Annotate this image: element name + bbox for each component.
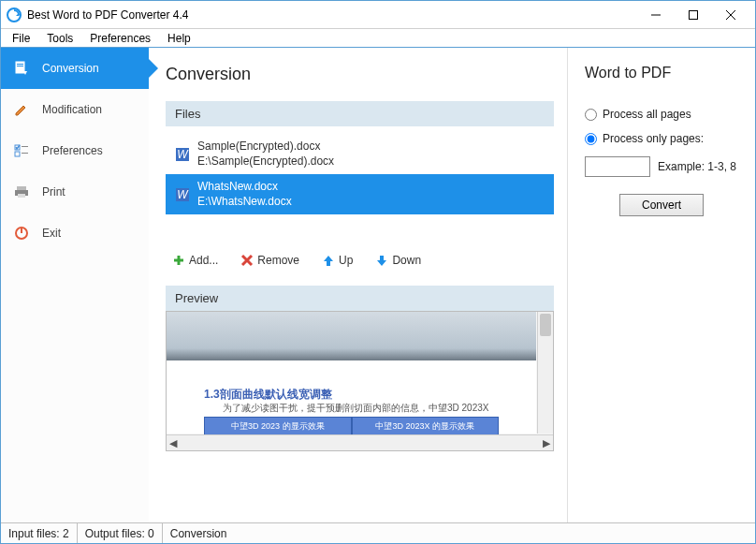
up-button[interactable]: Up xyxy=(315,250,359,271)
pages-input-row: Example: 1-3, 8 xyxy=(585,156,738,177)
main-area: Conversion Modification Preferences Prin… xyxy=(1,48,755,522)
right-panel: Word to PDF Process all pages Process on… xyxy=(568,48,755,522)
file-path: E:\Sample(Encrypted).docx xyxy=(197,154,334,169)
scroll-left-arrow-icon[interactable]: ◀ xyxy=(169,437,177,449)
status-output-files: Output files: 0 xyxy=(78,523,163,543)
word-file-icon: W xyxy=(175,147,190,162)
file-name: Sample(Encrypted).docx xyxy=(197,140,334,154)
status-input-files: Input files: 2 xyxy=(1,523,78,543)
word-file-icon: W xyxy=(175,187,190,202)
svg-text:W: W xyxy=(177,188,189,201)
preview-table: 中望3D 2023 的显示效果 中望3D 2023X 的显示效果 xyxy=(204,417,499,436)
remove-button[interactable]: Remove xyxy=(234,250,306,271)
pages-input[interactable] xyxy=(585,156,650,177)
center-panel: Conversion Files W Sample(Encrypted).doc… xyxy=(149,48,568,522)
preview-sub-text: 为了减少读图干扰，提干预删剖切面内部的信息，中望3D 2023X xyxy=(223,402,488,415)
file-list-toolbar: Add... Remove Up Down xyxy=(166,250,554,271)
pencil-icon xyxy=(14,102,29,117)
preview-pane: 中望3D 高性价比的CAD/CAM一体化解决方案 1.3剖面曲线默认线宽调整 为… xyxy=(166,311,554,451)
svg-rect-14 xyxy=(17,186,26,190)
files-section-header: Files xyxy=(166,101,554,126)
svg-text:W: W xyxy=(177,148,189,161)
svg-rect-7 xyxy=(17,64,23,65)
scrollbar-thumb[interactable] xyxy=(540,314,551,336)
preview-brand-text: 中望3D xyxy=(180,359,220,375)
svg-rect-3 xyxy=(690,10,698,19)
menu-bar: File Tools Preferences Help xyxy=(1,29,755,48)
svg-rect-13 xyxy=(22,153,28,154)
preview-content: 中望3D 高性价比的CAD/CAM一体化解决方案 1.3剖面曲线默认线宽调整 为… xyxy=(167,312,536,434)
preview-table-header: 中望3D 2023X 的显示效果 xyxy=(352,417,500,436)
sidebar-item-label: Conversion xyxy=(42,62,99,75)
radio-process-all-input[interactable] xyxy=(585,109,597,121)
sidebar-item-label: Modification xyxy=(42,103,102,116)
right-panel-heading: Word to PDF xyxy=(585,65,738,81)
add-button[interactable]: Add... xyxy=(166,250,225,271)
plus-icon xyxy=(172,254,185,267)
menu-help[interactable]: Help xyxy=(160,30,198,47)
sidebar-item-label: Print xyxy=(42,185,65,198)
svg-rect-12 xyxy=(15,152,20,156)
button-label: Remove xyxy=(257,254,299,267)
preview-table-header: 中望3D 2023 的显示效果 xyxy=(204,417,352,436)
maximize-button[interactable] xyxy=(675,2,712,28)
power-icon xyxy=(14,226,29,241)
preview-horizontal-scrollbar[interactable]: ◀ ▶ xyxy=(167,434,553,450)
sidebar-item-modification[interactable]: Modification xyxy=(1,89,149,130)
sidebar-item-conversion[interactable]: Conversion xyxy=(1,48,149,89)
radio-process-all[interactable]: Process all pages xyxy=(585,108,738,121)
svg-rect-6 xyxy=(16,62,24,73)
convert-button[interactable]: Convert xyxy=(619,194,704,216)
svg-rect-11 xyxy=(22,146,28,147)
document-convert-icon xyxy=(14,61,29,76)
button-label: Add... xyxy=(189,254,218,267)
radio-process-only[interactable]: Process only pages: xyxy=(585,132,738,145)
arrow-up-icon xyxy=(322,254,335,267)
app-icon xyxy=(7,7,22,22)
button-label: Down xyxy=(392,254,421,267)
page-title: Conversion xyxy=(166,65,554,84)
down-button[interactable]: Down xyxy=(369,250,428,271)
content-area: Conversion Files W Sample(Encrypted).doc… xyxy=(149,48,755,522)
x-icon xyxy=(240,254,254,267)
status-bar: Input files: 2 Output files: 0 Conversio… xyxy=(1,522,755,543)
svg-rect-16 xyxy=(18,194,25,198)
printer-icon xyxy=(14,184,29,199)
radio-label: Process only pages: xyxy=(603,132,704,145)
sidebar-item-print[interactable]: Print xyxy=(1,171,149,213)
file-name: WhatsNew.docx xyxy=(197,180,292,195)
sidebar-item-preferences[interactable]: Preferences xyxy=(1,130,149,171)
window-title: Best Word to PDF Converter 4.4 xyxy=(27,8,637,22)
preview-vertical-scrollbar[interactable] xyxy=(537,312,553,434)
file-path: E:\WhatsNew.docx xyxy=(197,195,292,210)
sidebar-item-exit[interactable]: Exit xyxy=(1,213,149,254)
file-list: W Sample(Encrypted).docx E:\Sample(Encry… xyxy=(166,134,554,214)
close-button[interactable] xyxy=(712,2,749,28)
title-bar: Best Word to PDF Converter 4.4 xyxy=(1,1,755,29)
pages-example-label: Example: 1-3, 8 xyxy=(658,160,736,173)
arrow-down-icon xyxy=(375,254,388,267)
sidebar-item-label: Exit xyxy=(42,227,61,240)
scroll-right-arrow-icon[interactable]: ▶ xyxy=(543,437,550,449)
file-item[interactable]: W WhatsNew.docx E:\WhatsNew.docx xyxy=(166,174,554,214)
preview-heading-text: 1.3剖面曲线默认线宽调整 xyxy=(204,387,332,403)
button-label: Up xyxy=(339,254,353,267)
preview-brand-subtext: 高性价比的CAD/CAM一体化解决方案 xyxy=(368,360,508,373)
file-item[interactable]: W Sample(Encrypted).docx E:\Sample(Encry… xyxy=(166,134,554,174)
svg-rect-8 xyxy=(17,66,23,66)
radio-process-only-input[interactable] xyxy=(585,133,597,145)
menu-file[interactable]: File xyxy=(5,30,37,47)
sidebar: Conversion Modification Preferences Prin… xyxy=(1,48,149,522)
status-mode: Conversion xyxy=(163,523,755,543)
window-controls xyxy=(637,2,749,28)
sidebar-item-label: Preferences xyxy=(42,144,103,157)
menu-tools[interactable]: Tools xyxy=(39,30,80,47)
radio-label: Process all pages xyxy=(603,108,691,121)
checklist-icon xyxy=(14,143,29,158)
preview-section-header: Preview xyxy=(166,286,554,311)
minimize-button[interactable] xyxy=(637,2,675,28)
menu-preferences[interactable]: Preferences xyxy=(82,30,158,47)
